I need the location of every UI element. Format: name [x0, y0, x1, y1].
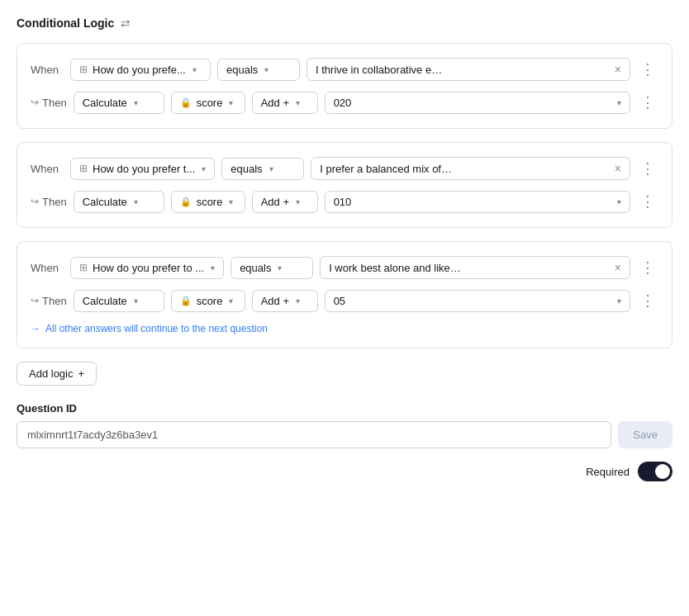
operator-select-3[interactable]: Add + ▾ [252, 290, 318, 312]
chevron-operator-3: ▾ [296, 296, 300, 306]
shuffle-icon[interactable]: ⇄ [121, 17, 131, 30]
action-select-3[interactable]: Calculate ▾ [74, 290, 164, 312]
chevron-question-1: ▾ [192, 65, 197, 74]
value-text-2: 010 [334, 196, 352, 208]
then-row-2: ↪ Then Calculate ▾ 🔒 score ▾ Add + ▾ 010… [31, 189, 658, 214]
value-select-1[interactable]: 020 ▾ [325, 92, 630, 114]
condition-select-2[interactable]: equals ▾ [221, 158, 304, 180]
chevron-value-3: ▾ [617, 296, 621, 306]
answer-select-3[interactable]: I work best alone and like to foc... × [320, 256, 630, 279]
action-text-2: Calculate [83, 196, 127, 208]
value-text-3: 05 [334, 295, 345, 307]
chevron-value-2: ▾ [617, 197, 621, 206]
other-answers-note: → All other answers will continue to the… [31, 323, 658, 334]
value-select-2[interactable]: 010 ▾ [325, 191, 630, 213]
score-text-2: score [197, 196, 223, 208]
question-id-section: Question ID Save [17, 402, 672, 448]
action-select-1[interactable]: Calculate ▾ [74, 92, 164, 114]
more-button-then-1[interactable]: ⋮ [637, 90, 658, 115]
close-answer-1[interactable]: × [615, 63, 621, 76]
question-text-3: How do you prefer to ... [93, 262, 204, 274]
close-answer-3[interactable]: × [615, 261, 621, 274]
condition-text-3: equals [240, 262, 271, 274]
answer-select-2[interactable]: I prefer a balanced mix of teamwor... × [311, 157, 630, 180]
question-id-row: Save [17, 421, 672, 448]
then-label-1: ↪ Then [31, 97, 67, 109]
operator-select-2[interactable]: Add + ▾ [252, 191, 318, 213]
action-text-1: Calculate [83, 97, 127, 109]
condition-text-2: equals [230, 163, 262, 175]
condition-select-1[interactable]: equals ▾ [217, 59, 300, 81]
answer-select-1[interactable]: I thrive in collaborative environments .… [306, 58, 630, 81]
action-select-2[interactable]: Calculate ▾ [74, 191, 164, 213]
chevron-operator-1: ▾ [296, 98, 300, 107]
chevron-condition-2: ▾ [269, 164, 273, 173]
score-text-3: score [197, 295, 223, 307]
grid-icon-2: ⊞ [79, 163, 88, 174]
score-select-3[interactable]: 🔒 score ▾ [171, 290, 245, 312]
required-label: Required [586, 466, 630, 478]
when-label-2: When [31, 163, 64, 175]
other-answers-text: All other answers will continue to the n… [45, 323, 268, 334]
plus-icon: + [78, 367, 84, 380]
logic-block-2: When ⊞ How do you prefer t... ▾ equals ▾… [17, 142, 672, 228]
more-button-3[interactable]: ⋮ [637, 255, 658, 280]
then-label-3: ↪ Then [31, 295, 67, 307]
question-select-2[interactable]: ⊞ How do you prefer t... ▾ [70, 158, 215, 180]
grid-icon-1: ⊞ [79, 64, 88, 75]
save-button[interactable]: Save [618, 421, 672, 448]
add-logic-label: Add logic [29, 367, 73, 380]
logic-block-1: When ⊞ How do you prefe... ▾ equals ▾ I … [17, 43, 672, 129]
required-toggle[interactable] [638, 462, 672, 481]
add-logic-button[interactable]: Add logic + [17, 362, 97, 386]
section-title: Conditional Logic [17, 17, 114, 30]
then-arrow-1: ↪ [31, 97, 39, 108]
question-select-1[interactable]: ⊞ How do you prefe... ▾ [70, 59, 211, 81]
condition-text-1: equals [226, 64, 258, 76]
question-id-input[interactable] [17, 421, 611, 448]
more-button-then-2[interactable]: ⋮ [637, 189, 658, 214]
chevron-action-2: ▾ [134, 197, 138, 206]
then-row-1: ↪ Then Calculate ▾ 🔒 score ▾ Add + ▾ 020… [31, 90, 658, 115]
chevron-question-2: ▾ [202, 164, 206, 173]
then-arrow-3: ↪ [31, 295, 39, 306]
answer-text-2: I prefer a balanced mix of teamwor... [320, 163, 452, 175]
close-answer-2[interactable]: × [615, 162, 621, 175]
value-select-3[interactable]: 05 ▾ [325, 290, 630, 312]
operator-text-2: Add + [261, 196, 289, 208]
action-text-3: Calculate [83, 295, 127, 307]
more-button-2[interactable]: ⋮ [637, 156, 658, 181]
score-select-2[interactable]: 🔒 score ▾ [171, 191, 245, 213]
when-row-3: When ⊞ How do you prefer to ... ▾ equals… [31, 255, 658, 280]
when-row-1: When ⊞ How do you prefe... ▾ equals ▾ I … [31, 57, 658, 82]
operator-select-1[interactable]: Add + ▾ [252, 92, 318, 114]
when-label-1: When [31, 64, 64, 76]
operator-text-1: Add + [261, 97, 289, 109]
section-header: Conditional Logic ⇄ [17, 17, 672, 30]
chevron-action-1: ▾ [134, 98, 138, 107]
required-row: Required [17, 462, 672, 481]
toggle-knob [655, 464, 670, 479]
more-button-1[interactable]: ⋮ [637, 57, 658, 82]
answer-text-1: I thrive in collaborative environments .… [316, 64, 448, 76]
question-text-1: How do you prefe... [93, 64, 186, 76]
when-label-3: When [31, 262, 64, 274]
score-text-1: score [197, 97, 223, 109]
lock-icon-3: 🔒 [180, 296, 192, 306]
chevron-value-1: ▾ [617, 98, 621, 107]
score-select-1[interactable]: 🔒 score ▾ [171, 92, 245, 114]
question-select-3[interactable]: ⊞ How do you prefer to ... ▾ [70, 257, 224, 279]
operator-text-3: Add + [261, 295, 289, 307]
chevron-condition-3: ▾ [278, 263, 282, 272]
chevron-score-1: ▾ [229, 98, 233, 107]
chevron-score-2: ▾ [229, 197, 233, 206]
then-label-2: ↪ Then [31, 196, 67, 208]
more-button-then-3[interactable]: ⋮ [637, 288, 658, 313]
question-id-label: Question ID [17, 402, 672, 415]
value-text-1: 020 [334, 97, 352, 109]
question-text-2: How do you prefer t... [93, 163, 195, 175]
then-arrow-2: ↪ [31, 196, 39, 207]
arrow-right-icon: → [31, 323, 40, 334]
chevron-operator-2: ▾ [296, 197, 300, 206]
condition-select-3[interactable]: equals ▾ [230, 257, 313, 279]
